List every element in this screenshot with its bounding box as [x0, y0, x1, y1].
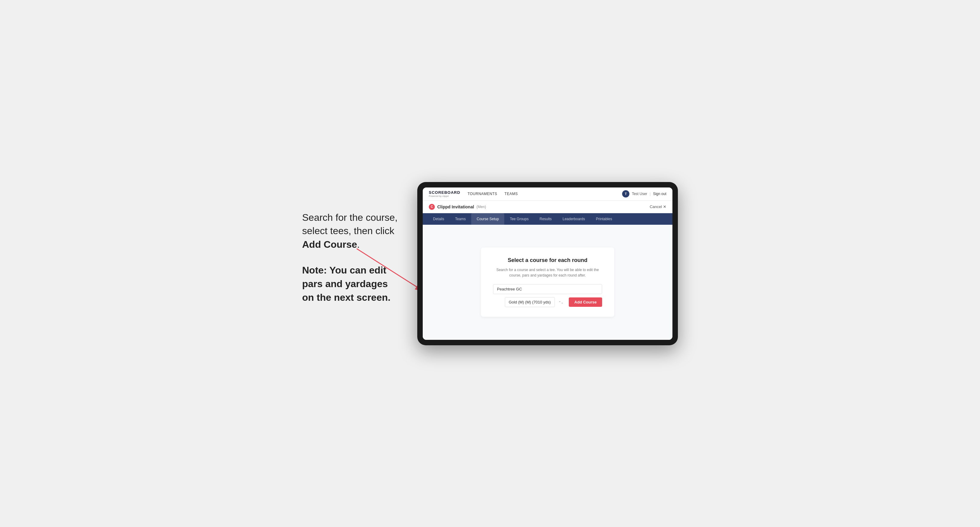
tournament-name: C Clippd Invitational (Men): [429, 204, 486, 210]
header-right: T Test User | Sign out: [622, 190, 667, 197]
page-wrapper: Search for the course, select tees, then…: [0, 170, 980, 357]
tablet-wrapper: SCOREBOARD Powered by clippd TOURNAMENTS…: [417, 182, 678, 345]
tab-course-setup[interactable]: Course Setup: [471, 213, 504, 225]
add-course-button[interactable]: Add Course: [569, 297, 602, 307]
card-description: Search for a course and select a tee. Yo…: [493, 267, 602, 278]
logo-title: SCOREBOARD: [429, 190, 460, 195]
tournament-tag: (Men): [476, 205, 486, 209]
tournament-title: Clippd Invitational: [437, 205, 474, 209]
tee-select-wrapper: Gold (M) (M) (7010 yds): [493, 297, 566, 307]
tab-teams[interactable]: Teams: [450, 213, 471, 225]
nav-teams[interactable]: TEAMS: [504, 192, 518, 196]
sign-out[interactable]: Sign out: [653, 192, 667, 196]
tab-results[interactable]: Results: [534, 213, 557, 225]
user-avatar: T: [622, 190, 629, 197]
cancel-button[interactable]: Cancel ✕: [650, 205, 667, 209]
tablet-device: SCOREBOARD Powered by clippd TOURNAMENTS…: [417, 182, 678, 345]
tee-select[interactable]: Gold (M) (M) (7010 yds): [505, 297, 555, 307]
card-title: Select a course for each round: [493, 257, 602, 264]
tee-select-row: Gold (M) (M) (7010 yds) Add Course: [493, 297, 602, 307]
main-content: Select a course for each round Search fo…: [423, 225, 673, 340]
header-left: SCOREBOARD Powered by clippd TOURNAMENTS…: [429, 190, 518, 197]
course-search-input[interactable]: [493, 284, 602, 294]
nav-tournaments[interactable]: TOURNAMENTS: [468, 192, 497, 196]
annotation-note: Note: You can edit pars and yardages on …: [302, 264, 399, 304]
annotation-bold: Add Course: [302, 239, 357, 250]
annotation-note-bold: Note: You can edit pars and yardages on …: [302, 265, 391, 303]
user-name: Test User: [632, 192, 647, 196]
app-logo: SCOREBOARD Powered by clippd: [429, 190, 460, 197]
logo-sub: Powered by clippd: [429, 195, 460, 197]
tab-navigation: Details Teams Course Setup Tee Groups Re…: [423, 213, 673, 225]
tab-printables[interactable]: Printables: [590, 213, 617, 225]
tournament-bar: C Clippd Invitational (Men) Cancel ✕: [423, 201, 673, 213]
annotation-panel: Search for the course, select tees, then…: [302, 211, 399, 316]
course-select-card: Select a course for each round Search fo…: [481, 248, 614, 317]
tablet-screen: SCOREBOARD Powered by clippd TOURNAMENTS…: [423, 187, 673, 340]
tab-details[interactable]: Details: [428, 213, 450, 225]
pipe: |: [650, 192, 651, 196]
annotation-main: Search for the course, select tees, then…: [302, 211, 399, 251]
tab-leaderboards[interactable]: Leaderboards: [557, 213, 590, 225]
app-header: SCOREBOARD Powered by clippd TOURNAMENTS…: [423, 187, 673, 201]
header-nav: TOURNAMENTS TEAMS: [468, 192, 518, 196]
tournament-icon: C: [429, 204, 435, 210]
tab-tee-groups[interactable]: Tee Groups: [504, 213, 534, 225]
